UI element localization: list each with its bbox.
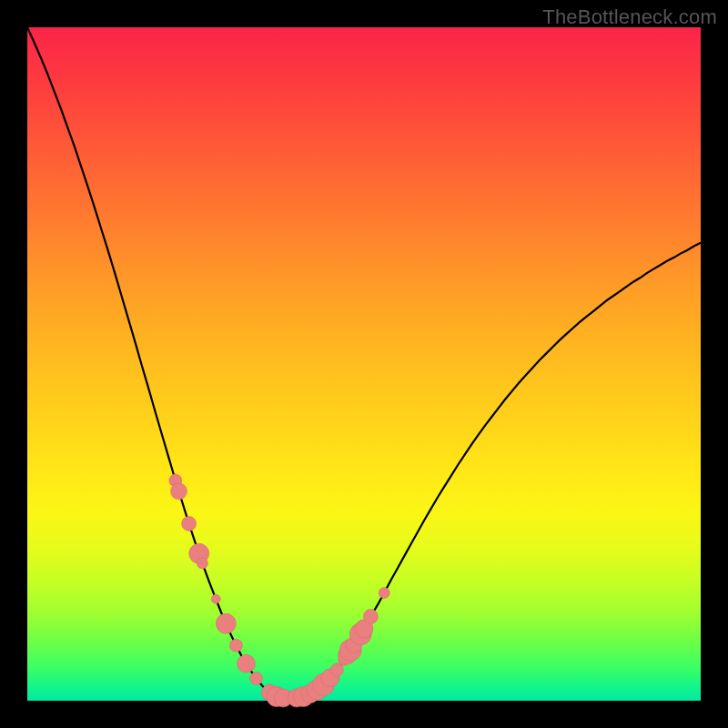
marker-dot [211, 594, 220, 603]
bottleneck-curve [27, 27, 701, 698]
marker-dot [216, 613, 236, 633]
marker-dot [379, 588, 389, 599]
marker-dot [171, 483, 187, 500]
marker-dot [250, 672, 263, 685]
marker-dot [229, 639, 242, 652]
plot-area [27, 27, 701, 701]
marker-dot [197, 558, 207, 569]
marker-dot [182, 516, 197, 531]
curve-svg [27, 27, 701, 701]
chart-frame: TheBottleneck.com [0, 0, 728, 728]
watermark-label: TheBottleneck.com [542, 5, 717, 29]
marker-dots [169, 474, 389, 707]
marker-dot [363, 610, 378, 624]
marker-dot [238, 654, 256, 672]
